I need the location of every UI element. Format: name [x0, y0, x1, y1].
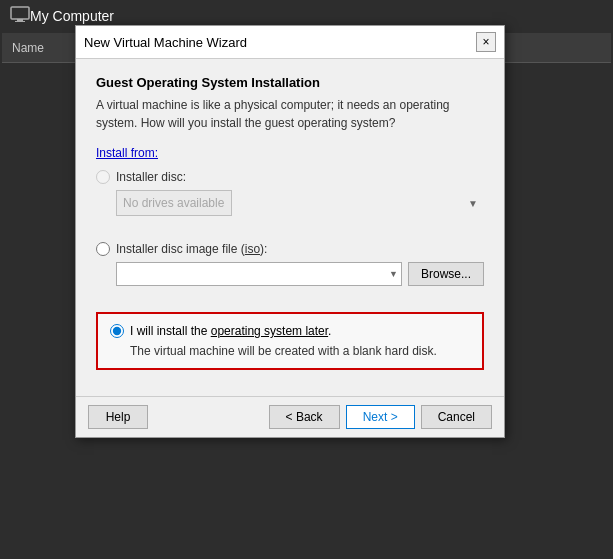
- install-later-option-row: I will install the operating system late…: [110, 324, 470, 338]
- iso-keyword: iso: [245, 242, 260, 256]
- installer-disc-radio[interactable]: [96, 170, 110, 184]
- section-desc: A virtual machine is like a physical com…: [96, 96, 484, 132]
- iso-file-radio[interactable]: [96, 242, 110, 256]
- help-button[interactable]: Help: [88, 405, 148, 429]
- dropdown-arrow-icon: ▼: [468, 198, 478, 209]
- browse-button[interactable]: Browse...: [408, 262, 484, 286]
- dialog-overlay: New Virtual Machine Wizard × Guest Opera…: [0, 0, 613, 559]
- iso-input-wrapper: ▼: [116, 262, 402, 286]
- install-later-radio[interactable]: [110, 324, 124, 338]
- dialog-content: Guest Operating System Installation A vi…: [76, 59, 504, 396]
- installer-disc-dropdown-wrapper: No drives available ▼: [116, 190, 484, 216]
- install-later-desc: The virtual machine will be created with…: [130, 344, 470, 358]
- dialog-footer: Help < Back Next > Cancel: [76, 396, 504, 437]
- iso-file-option-row: Installer disc image file (iso):: [96, 242, 484, 256]
- back-button[interactable]: < Back: [269, 405, 340, 429]
- install-later-label: I will install the operating system late…: [130, 324, 331, 338]
- installer-disc-label: Installer disc:: [116, 170, 186, 184]
- iso-input-row: ▼ Browse...: [116, 262, 484, 286]
- dialog-title: New Virtual Machine Wizard: [84, 35, 247, 50]
- installer-disc-option-row: Installer disc:: [96, 170, 484, 184]
- installer-disc-dropdown[interactable]: No drives available: [116, 190, 232, 216]
- cancel-button[interactable]: Cancel: [421, 405, 492, 429]
- close-button[interactable]: ×: [476, 32, 496, 52]
- iso-file-label: Installer disc image file (iso):: [116, 242, 267, 256]
- footer-left: Help: [88, 405, 148, 429]
- next-button[interactable]: Next >: [346, 405, 415, 429]
- new-vm-wizard-dialog: New Virtual Machine Wizard × Guest Opera…: [75, 25, 505, 438]
- iso-path-input[interactable]: [116, 262, 402, 286]
- install-later-option-box: I will install the operating system late…: [96, 312, 484, 370]
- installer-disc-dropdown-row: No drives available ▼: [116, 190, 484, 216]
- dialog-titlebar: New Virtual Machine Wizard ×: [76, 26, 504, 59]
- section-title: Guest Operating System Installation: [96, 75, 484, 90]
- install-from-label: Install from:: [96, 146, 484, 160]
- footer-right: < Back Next > Cancel: [269, 405, 492, 429]
